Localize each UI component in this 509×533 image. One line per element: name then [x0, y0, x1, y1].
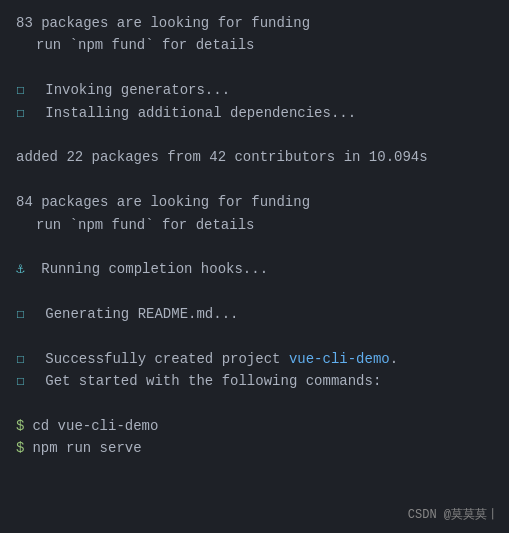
line-text: 84 packages are looking for funding [16, 191, 310, 213]
dollar-sign: $ [16, 415, 24, 437]
empty-line [16, 169, 493, 191]
line-text: 83 packages are looking for funding [16, 12, 310, 34]
icon-square: ☐ [16, 79, 24, 101]
icon-square: ☐ [16, 370, 24, 392]
terminal-line: ☐ Generating README.md... [16, 303, 493, 325]
empty-line [16, 325, 493, 347]
icon-square: ☐ [16, 348, 24, 370]
terminal: 83 packages are looking for funding run … [0, 0, 509, 533]
terminal-command-line: $ cd vue-cli-demo [16, 415, 493, 437]
empty-line [16, 281, 493, 303]
watermark: CSDN @莫莫莫丨 [408, 506, 499, 523]
empty-line [16, 236, 493, 258]
terminal-line: run `npm fund` for details [16, 214, 493, 236]
line-text: added 22 packages from 42 contributors i… [16, 146, 428, 168]
icon-square: ☐ [16, 102, 24, 124]
dollar-sign: $ [16, 437, 24, 459]
icon-square: ☐ [16, 303, 24, 325]
terminal-line: added 22 packages from 42 contributors i… [16, 146, 493, 168]
line-text: Successfully created project vue-cli-dem… [28, 348, 398, 370]
terminal-line: 83 packages are looking for funding [16, 12, 493, 34]
terminal-line: run `npm fund` for details [16, 34, 493, 56]
terminal-command-line: $ npm run serve [16, 437, 493, 459]
terminal-line: 84 packages are looking for funding [16, 191, 493, 213]
project-name: vue-cli-demo [289, 351, 390, 367]
terminal-line: ☐ Invoking generators... [16, 79, 493, 101]
anchor-icon: ⚓ [16, 258, 24, 280]
terminal-line: ☐ Installing additional dependencies... [16, 102, 493, 124]
command-text: cd vue-cli-demo [32, 415, 158, 437]
line-text: run `npm fund` for details [36, 34, 254, 56]
empty-line [16, 124, 493, 146]
command-text: npm run serve [32, 437, 141, 459]
empty-line [16, 393, 493, 415]
line-text: Get started with the following commands: [28, 370, 381, 392]
line-text: Running completion hooks... [24, 258, 268, 280]
terminal-line: ☐ Get started with the following command… [16, 370, 493, 392]
terminal-line: ☐ Successfully created project vue-cli-d… [16, 348, 493, 370]
line-text: Installing additional dependencies... [28, 102, 356, 124]
terminal-line: ⚓ Running completion hooks... [16, 258, 493, 280]
line-text: Invoking generators... [28, 79, 230, 101]
line-text: Generating README.md... [28, 303, 238, 325]
empty-line [16, 57, 493, 79]
line-text: run `npm fund` for details [36, 214, 254, 236]
